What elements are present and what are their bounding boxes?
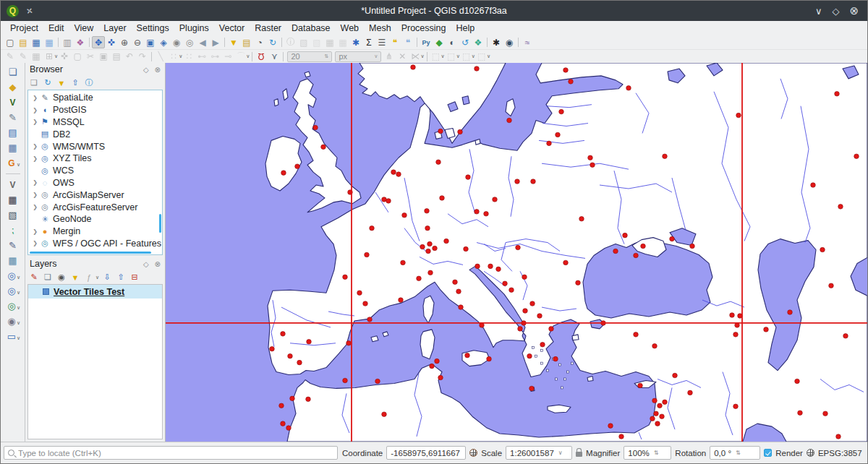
tb1-options-gear-icon[interactable]: ✱ [349, 36, 362, 48]
magnifier-spinner[interactable]: 100%⇅ [624, 446, 671, 460]
tb1-refresh-icon[interactable]: ↻ [266, 36, 279, 48]
tb2-delete-selected-icon[interactable]: ▢ [71, 51, 84, 63]
tb2-toggle-editing-icon[interactable]: ✎ [17, 51, 30, 63]
menu-raster[interactable]: Raster [250, 22, 286, 35]
layer-item-vector-tiles-test[interactable]: Vector Tiles Test [28, 285, 162, 298]
tb1-plugin-extra-icon[interactable]: ❖ [472, 36, 485, 48]
menu-plugins[interactable]: Plugins [174, 22, 214, 35]
tb1-select-features-icon[interactable]: ▧ [297, 36, 310, 48]
menu-vector[interactable]: Vector [214, 22, 250, 35]
tb2-current-edits-icon[interactable]: ✎ [4, 51, 17, 63]
tb1-save-project-icon[interactable]: ▦ [30, 36, 43, 48]
tb2-paste-features-icon[interactable]: ▤ [110, 51, 123, 63]
epsg-button[interactable]: EPSG:3857 [818, 449, 862, 457]
menu-processing[interactable]: Processing [396, 22, 451, 35]
layers-manage-visibility-icon[interactable]: ◉ [56, 271, 67, 283]
browser-item-wcs[interactable]: ◎WCS [28, 165, 162, 177]
browser-hscrollbar[interactable] [30, 252, 151, 254]
tb2-cut-features-icon[interactable]: ✂ [84, 51, 97, 63]
tb1-new-layout-icon[interactable]: ▥ [61, 36, 74, 48]
layers-expand-all-icon[interactable]: ⇩ [101, 271, 113, 283]
tb1-new-project-icon[interactable]: ▢ [4, 36, 17, 48]
tolerance-spin[interactable]: 20⇅ [287, 51, 332, 62]
expand-arrow-icon[interactable]: ❯ [31, 179, 39, 186]
add-arcgis-layer-icon[interactable]: ◉ [5, 315, 18, 327]
add-vector-layer-icon[interactable]: V [7, 96, 20, 108]
browser-item-spatialite[interactable]: ❯✎SpatiaLite [28, 92, 162, 104]
tb1-identify-features-icon[interactable]: ⓘ [284, 36, 297, 48]
menu-project[interactable]: Project [5, 22, 43, 35]
tb1-metasearch-globe-icon[interactable]: ◉ [503, 36, 516, 48]
tb1-zoom-to-selection-icon[interactable]: ◉ [170, 36, 183, 48]
tb2-tracing-k-icon[interactable]: ⋉ [409, 51, 422, 63]
close-button[interactable]: ⊗ [849, 4, 859, 17]
tb2-tracing-x-icon[interactable]: ✕ [396, 51, 409, 63]
tb1-globe-tool-icon[interactable]: ◐ [446, 36, 459, 48]
layers-filter-by-expression-icon[interactable]: ƒ [83, 271, 95, 283]
render-checkbox[interactable] [764, 449, 772, 457]
layers-collapse-all-layers-icon[interactable]: ⇧ [115, 271, 127, 283]
expand-arrow-icon[interactable]: ❯ [31, 228, 39, 235]
browser-collapse-all-icon[interactable]: ⇧ [69, 77, 81, 89]
coordinate-field[interactable]: -1658975,6911667 [386, 446, 466, 460]
tb1-labels-icon[interactable]: ❝ [388, 36, 401, 48]
add-oracle-layer-icon[interactable]: ▭ [5, 330, 18, 343]
layers-add-group-icon[interactable]: ❏ [42, 271, 54, 283]
browser-refresh-browser-icon[interactable]: ↻ [42, 77, 54, 89]
tb2-snapping-vertex-icon[interactable]: ⋎ [268, 51, 281, 63]
menu-database[interactable]: Database [286, 22, 336, 35]
browser-properties-info-icon[interactable]: ⓘ [83, 77, 95, 89]
layers-remove-layer-icon[interactable]: ⊟ [129, 271, 140, 283]
browser-item-arcgisfeatureserver[interactable]: ❯◎ArcGisFeatureServer [28, 201, 162, 213]
add-delimited-text-icon[interactable]: ⁏ [7, 224, 20, 236]
tb1-pan-map-icon[interactable]: ✥ [92, 36, 105, 48]
tb1-debug-bug-icon[interactable]: ✱ [490, 36, 503, 48]
add-wcs-layer-icon[interactable]: ◎ [5, 285, 18, 297]
tb2-copy-features-icon[interactable]: ▣ [97, 51, 110, 63]
tb1-deselect-features-icon[interactable]: ▧ [310, 36, 323, 48]
tb1-pan-to-selection-icon[interactable]: ✜ [105, 36, 118, 48]
tb1-zoom-next-icon[interactable]: ▶ [209, 36, 222, 48]
browser-filter-browser-icon[interactable]: ▼ [56, 77, 67, 89]
add-spatialite-layer-icon[interactable]: ✎ [7, 111, 20, 124]
extents-icon[interactable] [469, 449, 477, 457]
tb2-save-edits-icon[interactable]: ▦ [30, 51, 43, 63]
tb1-zoom-to-layer-icon[interactable]: ◎ [183, 36, 196, 48]
expand-arrow-icon[interactable]: ❯ [31, 107, 39, 113]
tb2-add-ring-icon[interactable]: ⊶ [208, 51, 221, 63]
layers-open-layer-styling-icon[interactable]: ✎ [28, 271, 40, 283]
expand-arrow-icon[interactable]: ❯ [31, 95, 39, 101]
menu-view[interactable]: View [69, 22, 98, 35]
tb2-offset-curve-icon[interactable]: ⌒ [234, 51, 247, 63]
menu-web[interactable]: Web [336, 22, 364, 35]
browser-item-mssql[interactable]: ❯⚑MSSQL [28, 116, 162, 129]
layers-filter-by-expression-dropdown[interactable]: ∨ [95, 275, 99, 280]
tb2-fill-ring-icon[interactable]: ⊸ [221, 51, 234, 63]
browser-item-mergin[interactable]: ❯●Mergin [28, 225, 162, 238]
expand-arrow-icon[interactable]: ❯ [31, 240, 39, 246]
tb1-zoom-native-icon[interactable]: ▣ [144, 36, 157, 48]
tb2-cad-combo-2-icon[interactable]: ⬚ [445, 51, 458, 63]
tb2-undo-icon[interactable]: ↶ [123, 51, 136, 63]
layers-filter-legend-icon[interactable]: ▼ [69, 271, 81, 283]
add-virtual-layer-icon[interactable]: ✎ [7, 239, 20, 252]
tb1-open-project-icon[interactable]: ▤ [17, 36, 30, 48]
tb1-reload-plugin-icon[interactable]: ↺ [459, 36, 472, 48]
tb1-zoom-in-icon[interactable]: ⊕ [118, 36, 131, 48]
tb1-style-manager-icon[interactable]: ❖ [74, 36, 87, 48]
tb1-temporal-controller-icon[interactable]: ◔ [253, 36, 266, 48]
tb2-move-features-icon[interactable]: ∷ [167, 51, 180, 63]
expand-arrow-icon[interactable]: ❯ [31, 155, 39, 162]
tb1-map-tips-icon[interactable]: ❝ [401, 36, 414, 48]
style-dock-icon[interactable]: ◆ [7, 81, 20, 93]
browser-item-arcgismapserver[interactable]: ❯◎ArcGisMapServer [28, 189, 162, 201]
lock-icon[interactable] [576, 452, 582, 457]
tb2-snapping-magnet-icon[interactable]: Ω [255, 51, 268, 63]
tb1-statistics-icon[interactable]: Σ [362, 36, 375, 48]
browser-item-ows[interactable]: ❯◌OWS [28, 177, 162, 189]
rotation-spinner[interactable]: 0,0 °⇅ [710, 446, 760, 460]
locator-input[interactable] [18, 449, 333, 457]
tb1-show-bookmarks-icon[interactable]: ▤ [240, 36, 253, 48]
browser-close-button[interactable]: ⊗ [155, 66, 161, 74]
browser-item-geonode[interactable]: ✳GeoNode [28, 213, 162, 225]
